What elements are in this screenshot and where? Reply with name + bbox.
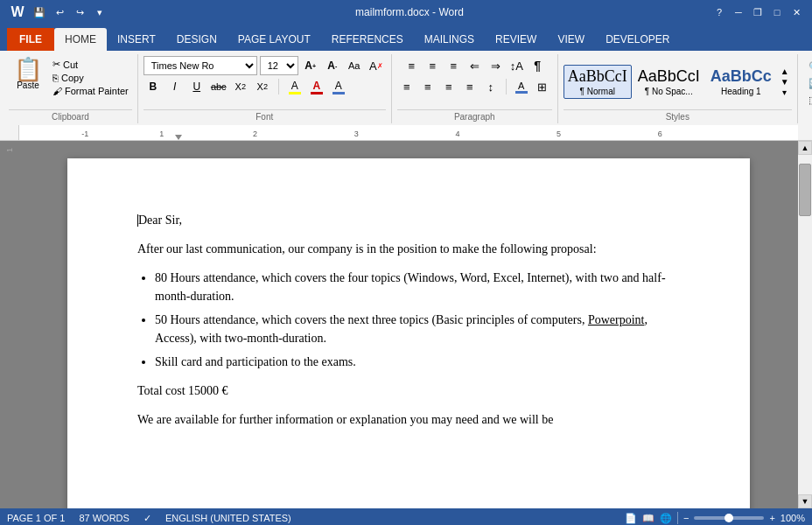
italic-button[interactable]: I <box>165 77 185 96</box>
ruler-corner <box>0 125 19 140</box>
restore-btn[interactable]: ❐ <box>749 4 766 21</box>
line-spacing-button[interactable]: ↕ <box>481 77 500 96</box>
shading-button[interactable]: A <box>329 77 348 96</box>
tab-view[interactable]: VIEW <box>547 28 595 51</box>
paste-label: Paste <box>17 80 39 90</box>
align-right-button[interactable]: ≡ <box>439 77 458 96</box>
sort-button[interactable]: ↕A <box>507 56 526 75</box>
select-button[interactable]: ⬚ Select ▾ <box>803 93 812 108</box>
scroll-track[interactable] <box>798 155 812 494</box>
page-status[interactable]: PAGE 1 OF 1 <box>7 513 65 524</box>
multilevel-button[interactable]: ≡ <box>444 56 463 75</box>
view-print-icon[interactable]: 📄 <box>625 513 637 524</box>
view-reading-icon[interactable]: 📖 <box>642 513 654 524</box>
tab-references[interactable]: REFERENCES <box>321 28 414 51</box>
paragraph-intro: After our last communication, our compan… <box>137 240 680 258</box>
minimize-btn[interactable]: ─ <box>730 4 747 21</box>
align-left-button[interactable]: ≡ <box>397 77 416 96</box>
undo-quick-btn[interactable]: ↩ <box>51 4 68 21</box>
style-normal[interactable]: AaBbCcI ¶ Normal <box>564 65 632 99</box>
zoom-thumb[interactable] <box>724 514 733 522</box>
borders-button[interactable]: ⊞ <box>533 77 552 96</box>
tab-design[interactable]: DESIGN <box>166 28 228 51</box>
clear-format-button[interactable]: A✗ <box>367 56 386 75</box>
cut-button[interactable]: ✂ Cut <box>49 58 132 71</box>
tab-review[interactable]: REVIEW <box>485 28 547 51</box>
list-item-2: 50 Hours attendance, which covers the ne… <box>155 311 680 347</box>
styles-scroll-down[interactable]: ▼ <box>778 77 792 88</box>
customize-quick-btn[interactable]: ▾ <box>91 4 108 21</box>
left-margin: 1 <box>0 141 19 508</box>
align-center-button[interactable]: ≡ <box>418 77 438 96</box>
format-painter-button[interactable]: 🖌 Format Painter <box>49 85 132 97</box>
paragraph-content: ≡ ≡ ≡ ⇐ ⇒ ↕A ¶ ≡ ≡ ≡ ≡ ↕ A <box>397 56 552 108</box>
show-marks-button[interactable]: ¶ <box>528 56 547 75</box>
language-status[interactable]: ENGLISH (UNITED STATES) <box>165 513 291 524</box>
tab-page-layout[interactable]: PAGE LAYOUT <box>228 28 321 51</box>
zoom-in-btn[interactable]: + <box>769 513 774 523</box>
spell-check-icon[interactable]: ✓ <box>144 513 151 524</box>
tab-mailings[interactable]: MAILINGS <box>414 28 485 51</box>
close-btn[interactable]: ✕ <box>788 4 805 21</box>
greeting-text: Dear Sir, <box>138 214 182 227</box>
paragraph-greeting: Dear Sir, <box>137 211 680 229</box>
paragraph-row1: ≡ ≡ ≡ ⇐ ⇒ ↕A ¶ <box>402 56 547 75</box>
style-heading1[interactable]: AaBbCc Heading 1 <box>706 65 776 99</box>
find-button[interactable]: 🔍 Find ▾ <box>803 60 812 74</box>
text-highlight-button[interactable]: A <box>285 77 304 96</box>
zoom-level[interactable]: 100% <box>780 513 805 523</box>
scroll-down-arrow[interactable]: ▼ <box>798 494 812 508</box>
styles-scroll-up[interactable]: ▲ <box>778 66 792 77</box>
word-count-status[interactable]: 87 WORDS <box>79 513 129 524</box>
vertical-scrollbar[interactable]: ▲ ▼ <box>798 141 812 508</box>
paste-icon: 📋 <box>14 58 42 80</box>
shading-para-button[interactable]: A <box>512 77 531 96</box>
font-row1: Times New Ro 12 A+ A- Aa A✗ <box>144 56 386 75</box>
grow-font-button[interactable]: A+ <box>301 56 320 75</box>
bold-button[interactable]: B <box>144 77 163 96</box>
editing-content: 🔍 Find ▾ 🔄 Replace ⬚ Select ▾ <box>803 56 812 108</box>
shrink-font-button[interactable]: A- <box>323 56 342 75</box>
numbering-button[interactable]: ≡ <box>423 56 442 75</box>
file-tab[interactable]: FILE <box>7 28 54 51</box>
zoom-slider[interactable] <box>694 516 764 520</box>
superscript-button[interactable]: X2 <box>253 77 272 96</box>
ribbon-tab-bar: FILE HOME INSERT DESIGN PAGE LAYOUT REFE… <box>0 24 812 51</box>
clipboard-group: 📋 Paste ✂ Cut ⎘ Copy 🖌 Format Painter Cl… <box>4 54 138 123</box>
strikethrough-button[interactable]: abc <box>209 77 228 96</box>
tab-home[interactable]: HOME <box>54 28 107 51</box>
change-case-button[interactable]: Aa <box>345 56 364 75</box>
save-quick-btn[interactable]: 💾 <box>31 4 48 21</box>
ruler-right-edge <box>798 125 812 140</box>
zoom-out-btn[interactable]: − <box>683 513 689 523</box>
editing-group: 🔍 Find ▾ 🔄 Replace ⬚ Select ▾ Editing <box>798 54 812 123</box>
styles-expand[interactable]: ▾ <box>778 88 792 98</box>
paste-button[interactable]: 📋 Paste <box>9 56 47 92</box>
scroll-up-arrow[interactable]: ▲ <box>798 141 812 155</box>
decrease-indent-button[interactable]: ⇐ <box>465 56 484 75</box>
view-web-icon[interactable]: 🌐 <box>660 513 672 524</box>
tab-insert[interactable]: INSERT <box>107 28 166 51</box>
clipboard-label: Clipboard <box>9 109 132 122</box>
document-scroll-area[interactable]: Dear Sir, After our last communication, … <box>19 141 798 508</box>
styles-content: AaBbCcI ¶ Normal AaBbCcI ¶ No Spac... Aa… <box>564 56 792 108</box>
help-btn[interactable]: ? <box>710 4 728 21</box>
style-no-spacing[interactable]: AaBbCcI ¶ No Spac... <box>634 65 704 99</box>
justify-button[interactable]: ≡ <box>460 77 480 96</box>
underline-button[interactable]: U <box>187 77 206 96</box>
copy-button[interactable]: ⎘ Copy <box>49 72 132 84</box>
subscript-button[interactable]: X2 <box>231 77 250 96</box>
font-color-button[interactable]: A <box>307 77 326 96</box>
redo-quick-btn[interactable]: ↪ <box>71 4 88 21</box>
tab-developer[interactable]: DEVELOPER <box>595 28 680 51</box>
list-item-3: Skill card and participation to the exam… <box>155 353 680 371</box>
window-title: mailmform.docx - Word <box>108 6 710 18</box>
maximize-btn[interactable]: □ <box>768 4 786 21</box>
font-family-selector[interactable]: Times New Ro <box>144 56 257 75</box>
scroll-thumb[interactable] <box>799 164 811 216</box>
font-size-selector[interactable]: 12 <box>260 56 298 75</box>
replace-button[interactable]: 🔄 Replace <box>803 76 812 91</box>
clipboard-content: 📋 Paste ✂ Cut ⎘ Copy 🖌 Format Painter <box>9 56 132 108</box>
increase-indent-button[interactable]: ⇒ <box>486 56 505 75</box>
bullets-button[interactable]: ≡ <box>402 56 421 75</box>
